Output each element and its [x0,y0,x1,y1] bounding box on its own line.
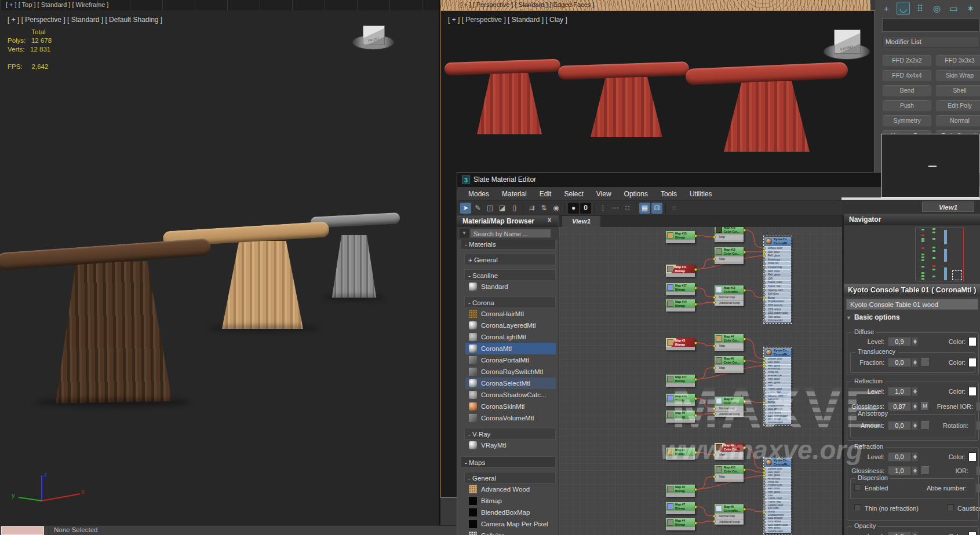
node-port[interactable] [763,293,766,296]
material-parameter-header[interactable]: Kyoto Console Table 01 ( CoronaMtl ) [844,284,980,296]
node-port[interactable] [763,320,766,323]
close-icon[interactable]: x [548,216,551,223]
node-port[interactable] [713,407,716,410]
refraction-glossiness-map-button[interactable] [921,466,930,475]
node-map-9[interactable]: Map #9Color Cor...Map [715,443,744,460]
node-map-7[interactable]: Map #7Bitmap [666,502,695,514]
menu-tools[interactable]: Tools [654,190,683,198]
list-item-standard[interactable]: Standard [465,281,556,292]
mtl-slot-sss-radius[interactable]: SSS radius [764,307,791,312]
node-port[interactable] [694,488,697,491]
node-port[interactable] [694,303,697,306]
mtl-slot-sss-amount[interactable]: SSS amount [764,303,791,307]
node-port[interactable] [713,301,716,304]
node-map-14[interactable]: Map #14Bitmap [666,299,695,312]
node-port[interactable] [694,287,697,290]
node-port[interactable] [694,505,697,508]
node-port[interactable] [763,312,766,315]
mtl-slot-aniso-rot-[interactable]: Aniso rot. [764,261,791,265]
material-id-channel-icon[interactable]: ∷ [622,203,633,214]
list-item-coronavolumemtl[interactable]: CoronaVolumeMtl [465,412,556,424]
thin-checkbox[interactable] [854,504,861,511]
menu-utilities[interactable]: Utilities [683,190,719,198]
list-item-bitmap[interactable]: Bitmap [465,495,556,507]
node-port[interactable] [763,382,766,384]
list-item-coronarayswitchmtl[interactable]: CoronaRaySwitchMtl [465,366,556,378]
mtl-slot-ior[interactable]: IOR [764,277,791,281]
translucency-map-button[interactable] [921,358,930,367]
node-port[interactable] [713,296,716,299]
node-port[interactable] [743,338,746,340]
node-map-13[interactable]: Map #13CoronaNo...Normal mapAdditional b… [715,285,744,306]
layout-vertical-icon[interactable]: ⋮ [598,203,609,214]
opacity-color-swatch[interactable] [968,532,977,535]
select-tool-icon[interactable]: ➤ [460,203,471,214]
node-port[interactable] [763,391,766,394]
pick-material-from-object-icon[interactable]: ✎ [472,203,483,214]
node-port[interactable] [694,378,697,381]
node-map-12[interactable]: Map #12Color Cor...Map [715,247,744,264]
abbe-number-value[interactable] [976,483,980,493]
search-options-dropdown[interactable]: ▼ [460,229,469,238]
mtl-slot-transl-color[interactable]: Transl. color [764,280,791,284]
reflection-color-swatch[interactable] [968,387,977,396]
node-port[interactable] [743,360,746,362]
node-port[interactable] [763,281,766,284]
node-port[interactable] [694,522,697,525]
viewcube[interactable]: FRONT [834,30,861,54]
mtl-slot-self-illum-[interactable]: Self-illum. [764,292,791,296]
node-kyoto-co-[interactable]: Kyoto Co...CoronaMt...Diffuse colorRefl.… [764,458,791,533]
reflection-glossiness-spinner[interactable] [912,402,918,411]
minimize-icon[interactable] [928,166,937,167]
create-tab[interactable]: + [880,2,893,15]
list-item-camera-map-per-pixel[interactable]: Camera Map Per Pixel [465,518,556,530]
rollout-basic-options[interactable]: ▼Basic options [846,313,900,321]
node-port[interactable] [743,468,746,471]
node-port[interactable] [763,365,766,368]
background-dark-icon[interactable]: ● [568,203,579,214]
mtl-slot-refl-aniso-[interactable]: Refl. aniso. [764,315,791,319]
list-group--corona[interactable]: - Corona [464,296,556,308]
node-port[interactable] [713,453,716,456]
viewport-label[interactable]: [ + ] [ Perspective ] [ Standard ] [ Def… [8,16,162,24]
fresnel-ior-value[interactable] [976,402,980,411]
mtl-slot-refr-gloss[interactable]: Refr. gloss [764,273,791,277]
node-map-3[interactable]: Map #3Bitmap [666,338,695,350]
node-kyoto-co-[interactable]: Kyoto Co...CoronaMt...Diffuse colorRefl.… [764,348,791,424]
node-port[interactable] [713,236,716,239]
node-port[interactable] [763,395,766,398]
node-port[interactable] [713,475,716,478]
display-tab[interactable]: ▭ [947,2,960,15]
ior-value[interactable] [976,466,980,475]
viewport-top-sliver[interactable]: [ + ] [ Top ] [ Standard ] [ Wireframe ] [0,0,439,10]
assign-material-to-selection-icon[interactable]: ◪ [497,203,508,214]
node-port[interactable] [763,301,766,303]
hierarchy-tab[interactable]: ⠿ [913,2,927,15]
viewport-label-top-right[interactable]: [ + ] [ Perspective ] [ Standard ] [ Edg… [460,1,594,8]
viewport-top-right-sliver[interactable]: [ + ] [ Perspective ] [ Standard ] [ Edg… [440,0,870,10]
list-item-coronaportalmtl[interactable]: CoronaPortalMtl [465,354,556,366]
mtl-slot-volume-color[interactable]: Volume color [764,318,791,323]
show-grid-icon[interactable]: ▦ [639,203,650,214]
refraction-color-swatch[interactable] [968,452,977,461]
list-group--maps[interactable]: - Maps [461,456,556,468]
modifier-button-bend[interactable]: Bend [882,85,932,97]
lasso-tool-icon[interactable]: ◌ [669,203,680,214]
modifier-button-shell[interactable]: Shell [935,85,980,97]
node-port[interactable] [763,408,766,411]
node-port[interactable] [743,446,746,449]
node-port[interactable] [763,289,766,292]
node-port[interactable] [743,229,746,232]
node-port[interactable] [763,468,766,471]
list-group--v-ray[interactable]: - V-Ray [464,428,556,439]
node-port[interactable] [763,358,766,361]
reflection-glossiness-value[interactable]: 0,87 [888,402,911,411]
refraction-level-value[interactable]: 0,0 [888,452,911,461]
list-group--general[interactable]: - General [464,472,556,483]
mtl-slot-opacity-color[interactable]: Opacity color [764,288,791,292]
node-port[interactable] [763,514,766,517]
node-port[interactable] [763,504,766,507]
tab-view1-secondary[interactable]: View1 [922,201,974,212]
list-item-coronashadowcatc-[interactable]: CoronaShadowCatc... [465,389,556,401]
refraction-glossiness-value[interactable]: 1,0 [888,466,911,475]
